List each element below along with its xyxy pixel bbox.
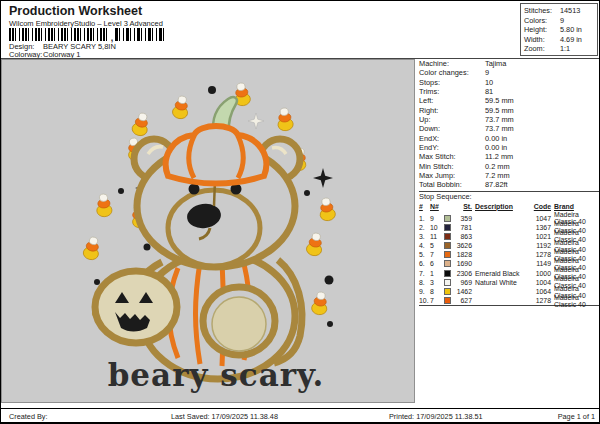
machine-value: 7.2 mm — [485, 171, 510, 180]
barcode-bars-left — [9, 28, 109, 41]
machine-value: 87.82ft — [485, 180, 508, 189]
machine-value: 81 — [485, 87, 493, 96]
stop-row: 8.3969Natural White1004Madeira Classic 4… — [419, 275, 600, 284]
cell-stitches: 3626 — [455, 242, 475, 249]
machine-row: Color changes:9 — [419, 68, 600, 77]
stop-row: 7.12306Emerald Black1000Madeira Classic … — [419, 266, 600, 275]
cell-code: 1047 — [527, 215, 554, 222]
summary-row-stitches: Stitches:14513 — [524, 6, 594, 16]
stat-label: Height: — [524, 25, 560, 35]
machine-value: 73.7 mm — [485, 124, 514, 133]
cell-num: 5. — [419, 251, 430, 258]
machine-label: Down: — [419, 124, 485, 133]
machine-label: EndY: — [419, 143, 485, 152]
machine-value: 73.7 mm — [485, 115, 514, 124]
machine-row: Right:59.5 mm — [419, 106, 600, 115]
machine-label: EndX: — [419, 134, 485, 143]
stat-label: Colors: — [524, 16, 560, 26]
cell-stitches: 969 — [455, 279, 475, 286]
cell-stitches: 1828 — [455, 251, 475, 258]
stop-sequence-title: Stop Sequence: — [419, 191, 600, 202]
machine-value: 59.5 mm — [485, 106, 514, 115]
embroidery-design: beary scary. — [2, 60, 414, 402]
machine-value: 9 — [485, 68, 489, 77]
cell-num: 2. — [419, 224, 430, 231]
machine-value: 0.00 in — [485, 134, 507, 143]
cell-stitches: 1690 — [455, 260, 475, 267]
cell-needle: 10 — [430, 224, 444, 231]
cell-num: 1. — [419, 215, 430, 222]
cell-num: 7. — [419, 270, 430, 277]
stop-row: 6.616901149Madeira Classic 40 — [419, 257, 600, 266]
cell-code: 1367 — [527, 224, 554, 231]
cell-code: 1278 — [527, 251, 554, 258]
machine-row: Machine:Tajima — [419, 59, 600, 68]
cell-code: 1021 — [527, 233, 554, 240]
machine-row: Min Stitch:0.2 mm — [419, 162, 600, 171]
machine-label: Color changes: — [419, 68, 485, 77]
cell-code: 1149 — [527, 260, 554, 267]
cell-needle: 5 — [430, 242, 444, 249]
cell-num: 3. — [419, 233, 430, 240]
cell-num: 9. — [419, 288, 430, 295]
barcode: , — [9, 28, 165, 41]
stat-value: 4.69 in — [560, 35, 582, 45]
thread-swatch — [444, 215, 451, 222]
machine-row: Down:73.7 mm — [419, 124, 600, 133]
stop-row: 2.107811367Madeira Classic 40 — [419, 220, 600, 229]
machine-label: Right: — [419, 106, 485, 115]
stop-row: 5.718281278Madeira Classic 40 — [419, 248, 600, 257]
cell-stitches: 359 — [455, 215, 475, 222]
machine-row: EndX:0.00 in — [419, 134, 600, 143]
cell-num: 8. — [419, 279, 430, 286]
machine-label: Up: — [419, 115, 485, 124]
cell-needle: 6 — [430, 260, 444, 267]
stat-label: Width: — [524, 35, 560, 45]
stop-row: 3.118631021Madeira Classic 40 — [419, 229, 600, 238]
cell-needle: 11 — [430, 233, 444, 240]
design-preview-canvas: beary scary. — [1, 59, 415, 403]
jack-o-lantern — [95, 271, 177, 343]
summary-row-zoom: Zoom:1:1 — [524, 44, 594, 54]
last-saved-text: Last Saved: 17/09/2025 11.38.48 — [171, 412, 278, 421]
teddy-bear — [95, 97, 302, 379]
cell-needle: 9 — [430, 215, 444, 222]
cell-code: 1278 — [527, 297, 554, 304]
created-by-label: Created By: — [9, 412, 48, 421]
cell-needle: 7 — [430, 297, 444, 304]
machine-label: Max Jump: — [419, 171, 485, 180]
col-stitches: St. — [455, 203, 475, 210]
machine-value: 59.5 mm — [485, 96, 514, 105]
col-description: Description — [475, 203, 527, 210]
thread-swatch — [444, 233, 451, 240]
cell-description: Emerald Black — [475, 270, 527, 277]
page-title: Production Worksheet — [9, 4, 142, 18]
cell-description: Natural White — [475, 279, 527, 286]
stop-row: 1.93591047Madeira Classic 40 — [419, 211, 600, 220]
cell-needle: 3 — [430, 279, 444, 286]
bear-foot — [203, 287, 275, 355]
machine-row: Max Stitch:11.2 mm — [419, 152, 600, 161]
machine-value: Tajima — [485, 59, 506, 68]
machine-label: Total Bobbin: — [419, 180, 485, 189]
machine-value: 0.00 in — [485, 143, 507, 152]
cell-stitches: 2306 — [455, 270, 475, 277]
thread-swatch — [444, 242, 451, 249]
machine-label: Stops: — [419, 78, 485, 87]
machine-row: Up:73.7 mm — [419, 115, 600, 124]
machine-label: Min Stitch: — [419, 162, 485, 171]
summary-row-width: Width:4.69 in — [524, 35, 594, 45]
stop-row: 9.814621064Madeira Classic 40 — [419, 285, 600, 294]
stop-sequence-header: # N# St. Description Code Brand — [419, 202, 600, 211]
thread-swatch — [444, 251, 451, 258]
page-number: Page 1 of 1 — [558, 412, 595, 421]
machine-row: EndY:0.00 in — [419, 143, 600, 152]
main-area: beary scary. Machine:Tajima Color change… — [1, 58, 600, 408]
design-summary-box: Stitches:14513 Colors:9 Height:5.80 in W… — [520, 3, 598, 56]
machine-row: Left:59.5 mm — [419, 96, 600, 105]
cell-stitches: 1462 — [455, 288, 475, 295]
summary-row-colors: Colors:9 — [524, 16, 594, 26]
printed-text: Printed: 17/09/2025 11.38.51 — [389, 412, 483, 421]
stat-value: 9 — [560, 16, 564, 26]
col-brand: Brand — [554, 203, 600, 210]
